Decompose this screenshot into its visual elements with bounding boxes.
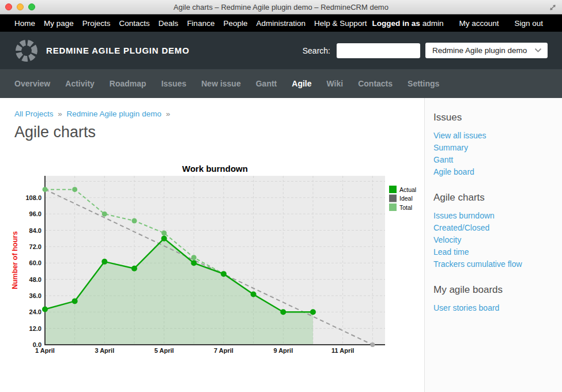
data-point (221, 271, 227, 277)
data-point (310, 309, 316, 315)
chevron-down-icon (534, 48, 542, 53)
top-nav-item[interactable]: Deals (159, 19, 179, 28)
sidebar-link-summary[interactable]: Summary (433, 141, 556, 153)
svg-text:5 April: 5 April (154, 347, 174, 354)
x-axis-labels: 1 April3 April5 April7 April9 April11 Ap… (35, 347, 354, 354)
svg-text:48.0: 48.0 (29, 276, 42, 283)
sidebar: IssuesView all issuesSummaryGanttAgile b… (424, 98, 562, 392)
legend-swatch-total (389, 203, 397, 211)
project-select[interactable]: Redmine Agile plugin demo (425, 43, 548, 58)
tab-wiki[interactable]: Wiki (327, 79, 344, 88)
svg-text:84.0: 84.0 (29, 227, 42, 234)
svg-text:24.0: 24.0 (29, 308, 42, 315)
sidebar-link-lead-time[interactable]: Lead time (433, 246, 556, 258)
y-axis-title: Number of hours (11, 231, 19, 289)
fullscreen-expand-icon[interactable] (548, 3, 557, 12)
sidebar-link-trackers-cumulative-flow[interactable]: Trackers cumulative flow (433, 258, 556, 270)
data-point (191, 260, 197, 266)
top-nav-item[interactable]: Projects (82, 19, 111, 28)
chart-legend: ActualIdealTotal (389, 186, 416, 211)
data-point (191, 255, 197, 260)
logged-in-status: Logged in as admin (372, 19, 444, 28)
top-nav-list: HomeMy pageProjectsContactsDealsFinanceP… (14, 19, 367, 28)
y-axis-labels: 0.012.024.036.048.060.072.084.096.0108.0 (25, 194, 42, 348)
sidebar-link-agile-board[interactable]: Agile board (433, 165, 556, 178)
data-point (101, 259, 107, 265)
legend-swatch-ideal (389, 195, 397, 202)
work-burndown-chart: Work burndown0.012.024.036.048.060.072.0… (0, 156, 424, 363)
series-ideal-points (370, 342, 375, 347)
window-title: Agile charts – Redmine Agile plugin demo… (0, 3, 562, 12)
top-nav-item[interactable]: Administration (256, 19, 305, 28)
legend-label: Ideal (399, 195, 413, 202)
data-point (161, 236, 167, 242)
logged-in-label: Logged in as (372, 19, 420, 28)
sidebar-heading: My agile boards (433, 284, 556, 296)
legend-label: Actual (399, 186, 416, 193)
sidebar-link-created-closed[interactable]: Created/Closed (433, 221, 556, 233)
tab-new-issue[interactable]: New issue (201, 79, 240, 88)
project-select-value: Redmine Agile plugin demo (432, 46, 527, 55)
window-titlebar: Agile charts – Redmine Agile plugin demo… (0, 0, 562, 14)
current-user-link[interactable]: admin (423, 19, 444, 28)
app-window: Agile charts – Redmine Agile plugin demo… (0, 0, 562, 392)
sidebar-link-velocity[interactable]: Velocity (433, 233, 556, 246)
data-point (370, 342, 375, 347)
chart-title: Work burndown (182, 164, 248, 174)
sidebar-heading: Agile charts (433, 192, 556, 203)
data-point (72, 298, 78, 304)
breadcrumb-link[interactable]: All Projects (14, 110, 54, 118)
breadcrumb-separator: » (54, 110, 67, 118)
top-nav-item[interactable]: Help & Support (314, 19, 367, 28)
data-point (131, 266, 137, 272)
tab-activity[interactable]: Activity (65, 79, 95, 88)
sidebar-section: My agile boardsUser stories board (433, 284, 556, 314)
account-link[interactable]: My account (459, 19, 499, 28)
breadcrumb-separator: » (161, 110, 172, 118)
redmine-logo-icon (14, 39, 39, 63)
sidebar-link-gantt[interactable]: Gantt (433, 153, 556, 165)
sidebar-link-user-stories-board[interactable]: User stories board (433, 301, 556, 314)
search-label: Search: (303, 46, 330, 55)
svg-text:3 April: 3 April (95, 347, 114, 354)
top-nav-item[interactable]: Finance (187, 19, 214, 28)
burndown-chart-svg: Work burndown0.012.024.036.048.060.072.0… (0, 156, 424, 363)
data-point (42, 307, 48, 312)
legend-swatch-actual (389, 186, 397, 193)
tab-issues[interactable]: Issues (161, 79, 187, 88)
page-title: Agile charts (14, 123, 96, 141)
site-logo[interactable]: REDMINE AGILE PLUGIN DEMO (14, 39, 190, 63)
project-tabbar: OverviewActivityRoadmapIssuesNew issueGa… (0, 69, 562, 98)
breadcrumb: All Projects » Redmine Agile plugin demo… (14, 110, 172, 118)
tab-contacts[interactable]: Contacts (358, 79, 393, 88)
top-nav-item[interactable]: Contacts (119, 19, 150, 28)
svg-text:12.0: 12.0 (29, 325, 42, 332)
tab-agile[interactable]: Agile (292, 79, 311, 88)
tab-settings[interactable]: Settings (408, 79, 439, 88)
data-point (72, 187, 77, 192)
page-content: All Projects » Redmine Agile plugin demo… (0, 98, 562, 392)
svg-text:11 April: 11 April (331, 347, 354, 354)
top-nav-item[interactable]: Home (14, 19, 35, 28)
sidebar-section: IssuesView all issuesSummaryGanttAgile b… (433, 112, 556, 178)
search-input[interactable] (337, 43, 420, 58)
tab-gantt[interactable]: Gantt (256, 79, 277, 88)
tab-roadmap[interactable]: Roadmap (110, 79, 146, 88)
site-header: REDMINE AGILE PLUGIN DEMO Search: Redmin… (0, 32, 562, 69)
account-link[interactable]: Sign out (514, 19, 543, 28)
data-point (251, 292, 257, 297)
logo-text: REDMINE AGILE PLUGIN DEMO (46, 46, 190, 55)
data-point (161, 231, 167, 236)
data-point (102, 212, 107, 217)
sidebar-link-view-all-issues[interactable]: View all issues (433, 129, 556, 141)
header-tools: Search: Redmine Agile plugin demo (303, 43, 548, 58)
sidebar-link-issues-burndown[interactable]: Issues burndown (433, 209, 556, 221)
top-nav-item[interactable]: People (223, 19, 247, 28)
svg-text:60.0: 60.0 (29, 259, 42, 266)
tab-overview[interactable]: Overview (14, 79, 50, 88)
legend-label: Total (399, 204, 412, 211)
data-point (43, 187, 48, 192)
top-nav-item[interactable]: My page (44, 19, 74, 28)
breadcrumb-link[interactable]: Redmine Agile plugin demo (67, 110, 161, 118)
svg-text:108.0: 108.0 (25, 194, 42, 201)
